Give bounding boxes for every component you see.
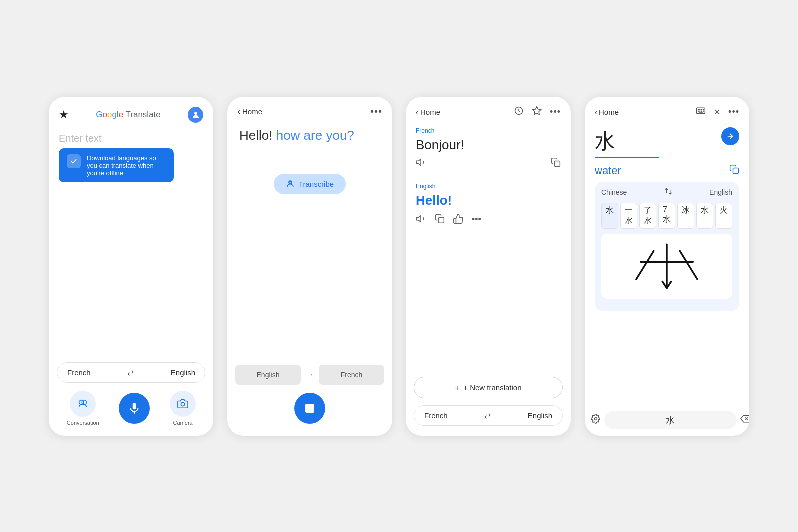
chinese-character-input: 水: [595, 127, 716, 155]
feedback-icon[interactable]: [453, 213, 464, 226]
source-text: Bonjour!: [416, 137, 561, 153]
back-button[interactable]: ‹ Home: [416, 108, 440, 116]
source-copy-icon[interactable]: [551, 157, 561, 169]
screen-4: ‹ Home: [585, 97, 749, 436]
more-options-icon[interactable]: •••: [728, 107, 739, 117]
star-icon[interactable]: [532, 106, 542, 118]
svg-marker-9: [533, 106, 541, 114]
handwriting-drawing-area[interactable]: [601, 234, 732, 299]
translate-button[interactable]: [721, 127, 739, 145]
language-bar[interactable]: French ⇄ English: [414, 405, 563, 426]
char-chip-3[interactable]: 7水: [658, 203, 675, 229]
new-translation-label: + New translation: [463, 383, 521, 392]
transcribe-label: Transcribe: [299, 180, 334, 188]
source-language-btn[interactable]: English: [235, 365, 301, 385]
svg-rect-3: [133, 403, 136, 409]
transcript-black: Hello!: [239, 128, 276, 143]
conversation-label: Conversation: [67, 420, 99, 426]
header-icons: ✕ •••: [696, 106, 739, 118]
handwriting-text-input[interactable]: [604, 411, 736, 429]
screen3-bottom: + + New translation French ⇄ English: [406, 371, 571, 436]
source-actions: [416, 157, 561, 170]
new-translation-button[interactable]: + + New translation: [414, 377, 563, 398]
screens-container: ★ Google Translate Enter text Download l…: [49, 97, 749, 436]
char-chip-0[interactable]: 水: [601, 203, 618, 229]
close-icon[interactable]: ✕: [714, 107, 720, 117]
camera-button[interactable]: Camera: [170, 391, 196, 426]
screen1-header: ★ Google Translate: [49, 97, 213, 128]
char-chip-1[interactable]: 一水: [620, 203, 637, 229]
history-icon[interactable]: [514, 106, 524, 118]
svg-point-25: [595, 418, 597, 420]
handwriting-panel: Chinese English 水 一水 了水 7水 冰 水 火: [595, 182, 739, 311]
hw-target-lang[interactable]: English: [709, 188, 732, 196]
backspace-icon[interactable]: [740, 414, 749, 426]
hw-source-lang[interactable]: Chinese: [601, 188, 627, 196]
target-language-btn[interactable]: French: [319, 365, 384, 385]
conversation-button[interactable]: Conversation: [67, 391, 99, 426]
svg-marker-10: [417, 159, 421, 165]
more-options-icon[interactable]: •••: [370, 106, 382, 117]
target-speaker-icon[interactable]: [416, 213, 427, 226]
target-more-icon[interactable]: •••: [472, 214, 481, 225]
translation-row: water: [595, 164, 739, 177]
star-icon[interactable]: ★: [59, 108, 69, 121]
target-language-label: English: [416, 183, 561, 190]
screen2-content: Hello! how are you? Transcribe: [227, 122, 392, 359]
language-bar[interactable]: French ⇄ English: [57, 362, 205, 383]
transcribe-button[interactable]: Transcribe: [274, 174, 346, 194]
camera-label: Camera: [173, 420, 193, 426]
screen3-header: ‹ Home •••: [406, 97, 571, 123]
input-placeholder: Enter text: [59, 133, 203, 144]
hw-swap-icon[interactable]: [664, 187, 673, 198]
settings-icon[interactable]: [591, 414, 600, 426]
back-arrow-icon: ‹: [416, 108, 418, 116]
source-language-label: French: [416, 127, 561, 134]
target-copy-icon[interactable]: [435, 214, 445, 226]
char-chip-4[interactable]: 冰: [677, 203, 694, 229]
screen3-content: French Bonjour! English Hello: [406, 123, 571, 371]
back-label: Home: [599, 108, 619, 116]
back-button[interactable]: ‹ Home: [237, 106, 262, 117]
header-icons: •••: [514, 106, 561, 118]
offline-tooltip: Download languages so you can translate …: [59, 148, 174, 182]
svg-point-2: [82, 400, 86, 404]
swap-icon[interactable]: ⇄: [484, 411, 491, 420]
text-input-area[interactable]: Enter text Download languages so you can…: [49, 128, 213, 182]
svg-point-5: [181, 402, 184, 406]
screen4-header: ‹ Home: [585, 97, 749, 123]
screen4-content: 水 water Chinese: [585, 123, 749, 407]
transcript-text: Hello! how are you?: [239, 127, 380, 144]
svg-rect-7: [289, 182, 292, 183]
swap-languages-icon[interactable]: ⇄: [127, 368, 134, 377]
mic-icon[interactable]: [119, 393, 150, 424]
target-text: Hello!: [416, 193, 561, 208]
tooltip-check-icon: [67, 154, 81, 168]
char-chip-6[interactable]: 火: [715, 203, 732, 229]
google-translate-logo: Google Translate: [96, 110, 161, 120]
source-language[interactable]: French: [424, 411, 448, 420]
char-chip-5[interactable]: 水: [696, 203, 713, 229]
screen2-header: ‹ Home •••: [227, 97, 392, 122]
avatar[interactable]: [188, 107, 203, 123]
target-actions: •••: [416, 213, 561, 226]
source-language-label[interactable]: French: [67, 368, 91, 377]
back-arrow-icon: ‹: [595, 108, 597, 116]
target-language-label[interactable]: English: [171, 368, 195, 377]
plus-icon: +: [455, 383, 459, 392]
copy-translation-icon[interactable]: [729, 164, 739, 177]
screen4-bottom-input: [585, 407, 749, 436]
keyboard-icon[interactable]: [696, 106, 706, 118]
source-speaker-icon[interactable]: [416, 157, 427, 170]
target-language[interactable]: English: [528, 411, 552, 420]
back-button[interactable]: ‹ Home: [595, 108, 619, 116]
language-row: English → French: [235, 365, 384, 385]
stop-button[interactable]: [294, 393, 325, 424]
lang-switch: Chinese English: [601, 187, 732, 198]
char-suggestions: 水 一水 了水 7水 冰 水 火 =: [601, 203, 732, 229]
char-chip-2[interactable]: 了水: [639, 203, 656, 229]
input-underline: [595, 157, 659, 158]
mic-button[interactable]: [119, 393, 150, 424]
screen-2: ‹ Home ••• Hello! how are you? Transcrib…: [227, 97, 392, 436]
more-options-icon[interactable]: •••: [550, 107, 561, 117]
